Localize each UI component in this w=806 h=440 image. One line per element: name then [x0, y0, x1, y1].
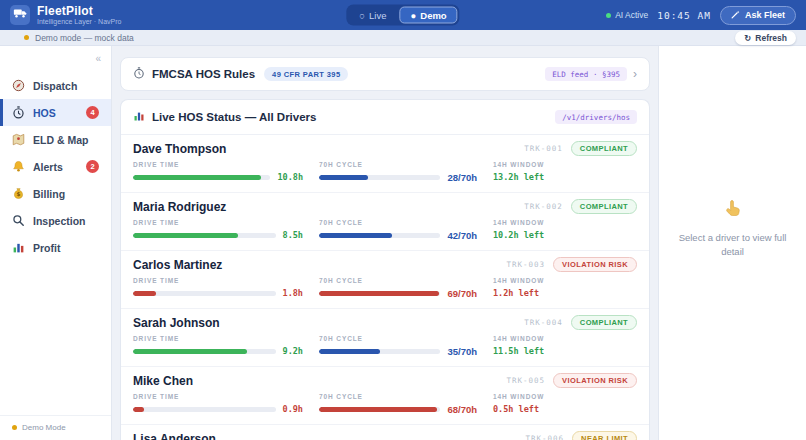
drive-time-bar: [133, 175, 270, 180]
alerts-badge: 2: [86, 160, 99, 173]
eld-feed-tag: ELD feed · §395: [545, 67, 627, 81]
sidebar-item-dispatch[interactable]: Dispatch: [0, 72, 111, 99]
cycle-bar-fill: [319, 349, 380, 354]
driver-row[interactable]: Dave Thompson TRK-001 COMPLIANT DRIVE TI…: [121, 135, 649, 193]
cycle-bar-fill: [319, 407, 437, 412]
clock-time: 10:45 AM: [657, 10, 711, 21]
status-badge: VIOLATION RISK: [553, 373, 637, 388]
drive-time-label: DRIVE TIME: [133, 335, 303, 342]
drive-time-bar: [133, 291, 276, 296]
truck-id: TRK-003: [507, 260, 546, 269]
radio-on-icon: ●: [411, 10, 417, 21]
rules-card-title: FMCSA HOS Rules: [152, 68, 255, 80]
clock-icon: [12, 106, 25, 119]
status-badge: NEAR LIMIT: [572, 431, 637, 440]
toggle-live-label: Live: [369, 10, 386, 21]
hos-card-header: Live HOS Status — All Drivers /v1/driver…: [121, 100, 649, 135]
toggle-demo[interactable]: ● Demo: [400, 7, 458, 24]
status-badge: COMPLIANT: [571, 199, 637, 214]
sidebar-item-label: HOS: [33, 107, 56, 119]
ai-status: AI Active: [606, 10, 648, 20]
cycle-label: 70H CYCLE: [319, 219, 477, 226]
hos-badge: 4: [86, 106, 99, 119]
status-badge: COMPLIANT: [571, 315, 637, 330]
cycle-value: 35/70h: [447, 346, 477, 357]
app-subtitle: Intelligence Layer · NavPro: [37, 18, 121, 26]
cycle-bar: [319, 291, 440, 296]
sidebar-item-billing[interactable]: $ Billing: [0, 180, 111, 207]
sidebar-item-label: Inspection: [33, 215, 86, 227]
drive-bar-fill: [133, 233, 238, 238]
drive-time-bar: [133, 349, 276, 354]
cycle-bar: [319, 233, 440, 238]
cycle-label: 70H CYCLE: [319, 161, 477, 168]
sidebar-item-label: Alerts: [33, 161, 63, 173]
cfr-badge: 49 CFR PART 395: [264, 67, 348, 81]
sidebar-item-alerts[interactable]: Alerts 2: [0, 153, 111, 180]
sidebar-footer: Demo Mode: [0, 415, 111, 440]
drive-bar-fill: [133, 407, 144, 412]
drive-value: 1.8h: [283, 288, 303, 298]
ask-fleet-button[interactable]: Ask Fleet: [720, 6, 796, 25]
truck-id: TRK-004: [524, 318, 563, 327]
window-value: 1.2h left: [493, 288, 637, 298]
cycle-bar-fill: [319, 175, 368, 180]
main-content: FMCSA HOS Rules 49 CFR PART 395 ELD feed…: [112, 46, 658, 440]
window-label: 14H WINDOW: [493, 335, 637, 342]
cycle-label: 70H CYCLE: [319, 335, 477, 342]
sidebar: « Dispatch HOS 4 ELD & Map Alerts 2 $: [0, 46, 112, 440]
driver-row[interactable]: Carlos Martinez TRK-003 VIOLATION RISK D…: [121, 251, 649, 309]
app-header: FleetPilot Intelligence Layer · NavPro ○…: [0, 0, 806, 30]
window-value: 10.2h left: [493, 230, 637, 240]
drive-time-label: DRIVE TIME: [133, 161, 303, 168]
ai-active-dot: [606, 13, 611, 18]
truck-id: TRK-005: [507, 376, 546, 385]
truck-id: TRK-002: [524, 202, 563, 211]
toggle-live[interactable]: ○ Live: [348, 7, 397, 24]
refresh-icon: ↻: [744, 33, 751, 43]
chevron-right-icon[interactable]: ›: [633, 68, 637, 80]
driver-rows: Dave Thompson TRK-001 COMPLIANT DRIVE TI…: [121, 135, 649, 440]
hos-status-card: Live HOS Status — All Drivers /v1/driver…: [120, 99, 650, 440]
drive-value: 9.2h: [283, 346, 303, 356]
stopwatch-icon: [133, 65, 145, 83]
demo-dot: [24, 35, 29, 40]
drive-bar-fill: [133, 175, 261, 180]
refresh-button[interactable]: ↻ Refresh: [735, 31, 796, 45]
truck-id: TRK-006: [525, 434, 564, 440]
sidebar-item-label: Billing: [33, 188, 65, 200]
window-value: 0.5h left: [493, 404, 637, 414]
driver-row[interactable]: Sarah Johnson TRK-004 COMPLIANT DRIVE TI…: [121, 309, 649, 367]
sidebar-item-profit[interactable]: Profit: [0, 234, 111, 261]
mode-toggle: ○ Live ● Demo: [346, 5, 459, 26]
driver-row[interactable]: Lisa Anderson TRK-006 NEAR LIMIT DRIVE T…: [121, 425, 649, 440]
window-label: 14H WINDOW: [493, 277, 637, 284]
cycle-value: 68/70h: [447, 404, 477, 415]
fmcsa-rules-card[interactable]: FMCSA HOS Rules 49 CFR PART 395 ELD feed…: [120, 57, 650, 91]
driver-detail-panel: Select a driver to view full detail: [658, 46, 806, 440]
collapse-sidebar-icon[interactable]: «: [95, 53, 101, 64]
cycle-bar-fill: [319, 233, 392, 238]
driver-name: Lisa Anderson: [133, 432, 216, 440]
driver-row[interactable]: Mike Chen TRK-005 VIOLATION RISK DRIVE T…: [121, 367, 649, 425]
cycle-value: 28/70h: [447, 172, 477, 183]
sidebar-item-inspection[interactable]: Inspection: [0, 207, 111, 234]
cycle-bar: [319, 175, 440, 180]
money-icon: $: [12, 187, 25, 200]
sidebar-item-label: ELD & Map: [33, 134, 88, 146]
demo-mode-dot: [12, 425, 17, 430]
drive-time-label: DRIVE TIME: [133, 277, 303, 284]
driver-row[interactable]: Maria Rodriguez TRK-002 COMPLIANT DRIVE …: [121, 193, 649, 251]
bell-icon: [12, 160, 25, 173]
drive-time-bar: [133, 407, 276, 412]
sidebar-item-hos[interactable]: HOS 4: [0, 99, 111, 126]
sidebar-item-label: Dispatch: [33, 80, 77, 92]
driver-name: Carlos Martinez: [133, 258, 222, 272]
ai-status-label: AI Active: [615, 10, 648, 20]
svg-text:$: $: [17, 191, 21, 197]
pointing-hand-icon: [723, 198, 743, 222]
sidebar-item-label: Profit: [33, 242, 60, 254]
sidebar-item-eld-map[interactable]: ELD & Map: [0, 126, 111, 153]
cycle-bar: [319, 349, 440, 354]
magnifier-icon: [12, 214, 25, 227]
